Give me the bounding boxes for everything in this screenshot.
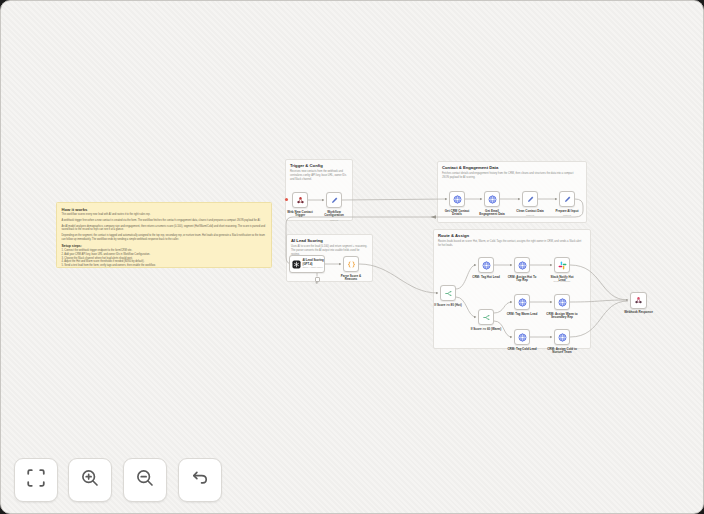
- node-label: Get Email Engagement Data: [476, 210, 508, 218]
- node-label: Workflow Configuration: [319, 211, 349, 219]
- zoom-out-button[interactable]: [123, 458, 167, 502]
- node-label: CRM: Assign Hot To Top Rep: [506, 276, 538, 284]
- section-title: Contact & Engagement Data: [442, 165, 582, 170]
- fit-view-icon: [26, 468, 46, 492]
- node-if-score-hot[interactable]: If Score >= 80 (Hot): [440, 285, 456, 301]
- section-description: Fetches contact details and engagement h…: [442, 172, 578, 180]
- pencil-icon: [330, 196, 339, 205]
- ai-chat-model-port[interactable]: [315, 277, 320, 282]
- node-label: CRM: Tag Warm Lead: [506, 313, 538, 317]
- globe-icon: [558, 333, 567, 342]
- node-sublabel: manual: [316, 219, 352, 222]
- if-icon: [482, 313, 491, 322]
- node-get-engagement-data[interactable]: Get Email Engagement Data: [484, 191, 500, 207]
- slack-icon: [558, 261, 567, 270]
- node-assign-cold-nurture[interactable]: CRM: Assign Cold to Nurture Team: [554, 329, 570, 345]
- fit-view-button[interactable]: [14, 458, 58, 502]
- pencil-icon: [563, 195, 572, 204]
- undo-button[interactable]: [178, 458, 222, 502]
- code-icon: [347, 260, 356, 269]
- globe-icon: [482, 261, 491, 270]
- node-if-score-warm[interactable]: If Score >= 60 (Warm): [478, 309, 494, 325]
- openai-icon: [292, 260, 301, 269]
- node-get-contact-details[interactable]: Get CRM Contact Details: [449, 191, 465, 207]
- ai-node-text: AI Lead Scoring (GPT-4) OpenAI Chat Mode…: [303, 259, 324, 269]
- node-label: CRM: Tag Cold Lead: [506, 348, 538, 352]
- sticky-note-how-it-works[interactable]: How it works This workflow scores every …: [56, 202, 272, 268]
- node-sublabel: manual: [549, 214, 585, 217]
- setup-step: 5. Send a test lead from the form, verif…: [62, 264, 267, 268]
- node-ai-lead-scoring[interactable]: AI Lead Scoring (GPT-4) OpenAI Chat Mode…: [289, 255, 325, 273]
- globe-icon: [558, 298, 567, 307]
- node-label: If Score >= 60 (Warm): [469, 328, 503, 332]
- node-tag-cold-lead[interactable]: CRM: Tag Cold Lead: [514, 329, 530, 345]
- node-label: Web New Contact Trigger: [286, 211, 314, 219]
- node-label: CRM: Tag Hot Lead: [470, 276, 502, 280]
- section-title: Trigger & Config: [290, 163, 348, 168]
- globe-icon: [518, 298, 527, 307]
- sticky-setup-heading: Setup steps:: [62, 244, 267, 248]
- node-label: Prepare AI Input: [553, 210, 581, 214]
- workflow-canvas[interactable]: Trigger & Config Receives new contacts f…: [0, 0, 704, 514]
- sticky-paragraph: This workflow scores every new lead with…: [62, 213, 267, 217]
- node-assign-hot-top-rep[interactable]: CRM: Assign Hot To Top Rep: [514, 257, 530, 273]
- section-description: Receives new contacts from the webhook a…: [290, 170, 348, 181]
- node-slack-notify[interactable]: Slack Notify Hot Lead send: message: [554, 257, 570, 273]
- globe-icon: [518, 333, 527, 342]
- webhook-response-icon: [634, 296, 643, 305]
- section-title: Route & Assign: [438, 233, 586, 238]
- sticky-heading: How it works: [62, 207, 267, 212]
- node-label: Get CRM Contact Details: [441, 210, 473, 218]
- node-clean-contact-data[interactable]: Clean Contact Data manual: [522, 191, 538, 207]
- node-sublabel: send: message: [544, 280, 580, 283]
- section-title: AI Lead Scoring: [291, 238, 368, 243]
- node-prepare-ai-input[interactable]: Prepare AI Input manual: [559, 191, 575, 207]
- plus-port-icon: [315, 270, 319, 288]
- node-label: If Score >= 80 (Hot): [432, 304, 464, 308]
- globe-icon: [518, 261, 527, 270]
- node-workflow-configuration[interactable]: Workflow Configuration manual: [326, 192, 342, 208]
- node-webhook-trigger[interactable]: Web New Contact Trigger: [292, 192, 308, 208]
- node-tag-hot-lead[interactable]: CRM: Tag Hot Lead: [478, 257, 494, 273]
- undo-icon: [190, 468, 210, 492]
- node-tag-warm-lead[interactable]: CRM: Tag Warm Lead: [514, 294, 530, 310]
- zoom-out-icon: [135, 468, 155, 492]
- globe-icon: [488, 195, 497, 204]
- node-label: Parse Score & Reasons: [336, 275, 366, 283]
- webhook-icon: [296, 196, 305, 205]
- node-label: Clean Contact Data: [515, 210, 545, 214]
- if-icon: [444, 289, 453, 298]
- node-parse-score[interactable]: Parse Score & Reasons: [343, 256, 359, 272]
- sticky-paragraph: A webhook trigger fires when a new conta…: [62, 219, 267, 223]
- node-sublabel: manual: [512, 214, 548, 217]
- trigger-pin-dot: [285, 198, 288, 201]
- zoom-in-icon: [80, 468, 100, 492]
- sticky-paragraph: Depending on the segment, the contact is…: [62, 234, 267, 241]
- node-label: Webhook Response: [623, 311, 655, 315]
- globe-icon: [453, 195, 462, 204]
- node-assign-warm-secondary[interactable]: CRM: Assign Warm to Secondary Rep: [554, 294, 570, 310]
- sticky-paragraph: An AI model analyzes demographics, compa…: [62, 225, 267, 232]
- node-label: CRM: Assign Cold to Nurture Team: [546, 348, 579, 356]
- pencil-icon: [526, 195, 535, 204]
- ai-node-sublabel: OpenAI Chat Model: [303, 266, 324, 269]
- node-label: CRM: Assign Warm to Secondary Rep: [546, 313, 579, 321]
- zoom-in-button[interactable]: [68, 458, 112, 502]
- node-webhook-response[interactable]: Webhook Response: [630, 292, 647, 309]
- section-description: Routes leads based on score: Hot, Warm, …: [438, 240, 584, 248]
